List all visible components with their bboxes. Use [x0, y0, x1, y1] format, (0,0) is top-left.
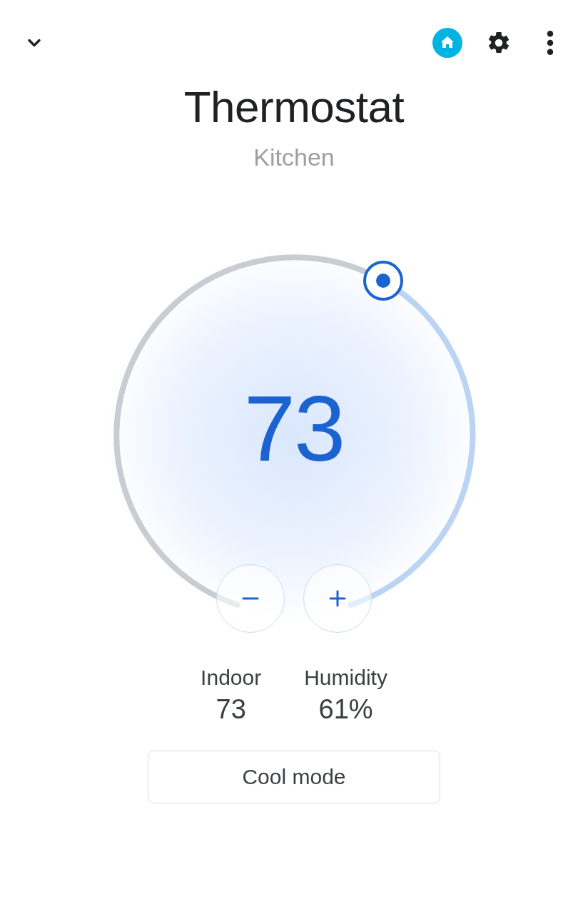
humidity-label: Humidity [304, 666, 387, 690]
room-subtitle: Kitchen [0, 144, 588, 171]
indoor-stat: Indoor 73 [201, 666, 261, 725]
collapse-chevron-icon[interactable] [23, 31, 46, 54]
header-bar [0, 0, 588, 64]
plus-icon [323, 584, 352, 613]
header-right [432, 28, 565, 58]
adjust-row [101, 564, 487, 633]
settings-gear-icon[interactable] [484, 28, 514, 58]
decrease-temp-button[interactable] [216, 564, 285, 633]
more-vertical-icon[interactable] [535, 28, 565, 58]
svg-point-0 [547, 31, 554, 37]
home-icon[interactable] [432, 28, 462, 58]
page-title: Thermostat [0, 81, 588, 132]
dial-handle[interactable] [363, 261, 403, 301]
dial-handle-dot-icon [376, 274, 390, 288]
stats-row: Indoor 73 Humidity 61% [0, 666, 588, 725]
title-block: Thermostat Kitchen [0, 81, 588, 171]
svg-point-1 [547, 40, 554, 46]
increase-temp-button[interactable] [303, 564, 372, 633]
temperature-dial[interactable]: 73 [101, 243, 487, 628]
indoor-label: Indoor [201, 666, 261, 690]
indoor-value: 73 [201, 694, 261, 725]
header-left [23, 31, 46, 54]
minus-icon [236, 584, 265, 613]
humidity-stat: Humidity 61% [304, 666, 387, 725]
humidity-value: 61% [304, 694, 387, 725]
mode-button[interactable]: Cool mode [148, 751, 440, 803]
svg-point-2 [547, 49, 554, 56]
